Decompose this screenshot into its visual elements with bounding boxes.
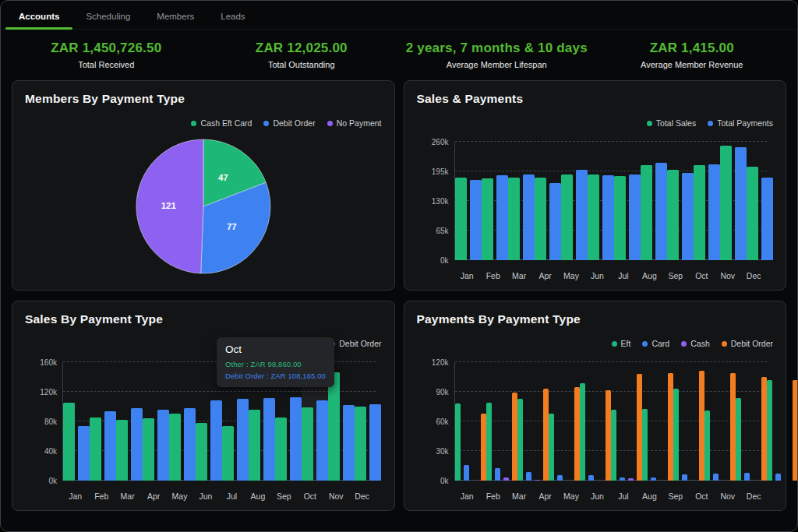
- bar-total-payments-jan[interactable]: [470, 180, 482, 260]
- bar-card-jul[interactable]: [651, 477, 656, 481]
- bar-total-payments-may[interactable]: [576, 170, 588, 260]
- bar-debit-order-jun[interactable]: [637, 374, 642, 481]
- bar-debit-order-oct[interactable]: [316, 400, 328, 481]
- bar-card-mar[interactable]: [526, 472, 531, 481]
- bar-other-oct[interactable]: [302, 407, 313, 481]
- bar-eft-jul[interactable]: [642, 409, 648, 481]
- bar-total-sales-nov[interactable]: [720, 146, 732, 260]
- bar-total-sales-feb[interactable]: [482, 178, 493, 260]
- bar-total-payments-feb[interactable]: [496, 175, 508, 260]
- bar-debit-order-mar[interactable]: [131, 408, 143, 481]
- bar-eft-apr[interactable]: [549, 414, 554, 481]
- legend-item-total-sales[interactable]: Total Sales: [647, 118, 696, 128]
- bar-eft-sep[interactable]: [704, 410, 710, 481]
- bar-other-apr[interactable]: [143, 418, 154, 481]
- bar-debit-order-feb[interactable]: [512, 393, 517, 481]
- bar-total-sales-aug[interactable]: [641, 165, 652, 260]
- legend-item-no-payment[interactable]: No Payment: [327, 118, 382, 128]
- legend-item-debit-order[interactable]: Debit Order: [330, 339, 381, 348]
- bar-cash-mar[interactable]: [535, 480, 540, 481]
- bar-other-jun[interactable]: [196, 423, 207, 481]
- bar-eft-feb[interactable]: [486, 403, 492, 481]
- bar-card-nov[interactable]: [775, 474, 781, 481]
- legend-item-eft[interactable]: Eft: [612, 339, 631, 348]
- bar-other-jan[interactable]: [63, 403, 75, 481]
- tab-leads[interactable]: Leads: [214, 3, 252, 29]
- legend-item-card[interactable]: Card: [642, 339, 669, 348]
- bar-other-aug[interactable]: [249, 410, 260, 481]
- bar-total-sales-dec[interactable]: [747, 167, 758, 260]
- bar-debit-order-jul[interactable]: [668, 373, 673, 481]
- bar-card-sep[interactable]: [713, 474, 719, 481]
- bar-debit-order-apr[interactable]: [157, 410, 169, 481]
- bar-card-jun[interactable]: [620, 477, 625, 481]
- legend-item-cash[interactable]: Cash: [681, 339, 710, 348]
- bar-debit-order-nov[interactable]: [343, 405, 355, 481]
- bar-debit-order-jan[interactable]: [481, 414, 486, 481]
- bar-total-payments-jun[interactable]: [602, 175, 614, 260]
- bar-total-payments-nov[interactable]: [735, 147, 747, 260]
- bar-eft-nov[interactable]: [767, 380, 772, 481]
- bar-other-jul[interactable]: [222, 426, 234, 481]
- bar-debit-order-oct[interactable]: [761, 377, 767, 481]
- bar-total-sales-oct[interactable]: [694, 165, 705, 260]
- bar-debit-order-may[interactable]: [606, 390, 611, 481]
- bar-debit-order-sep[interactable]: [730, 373, 736, 481]
- bar-card-oct[interactable]: [744, 473, 750, 481]
- bar-eft-mar[interactable]: [517, 399, 523, 481]
- tab-scheduling[interactable]: Scheduling: [79, 3, 137, 29]
- bar-total-payments-mar[interactable]: [523, 174, 535, 260]
- bar-other-dec[interactable]: [355, 407, 366, 481]
- bar-other-mar[interactable]: [116, 420, 128, 481]
- bar-other-nov[interactable]: [328, 372, 340, 481]
- bar-card-may[interactable]: [588, 475, 594, 481]
- bar-cash-feb[interactable]: [503, 477, 509, 481]
- bar-total-sales-jul[interactable]: [614, 176, 626, 260]
- bar-eft-oct[interactable]: [736, 398, 741, 481]
- bar-debit-order-jul[interactable]: [237, 399, 249, 481]
- tab-accounts[interactable]: Accounts: [12, 3, 66, 29]
- bar-debit-order-apr[interactable]: [574, 387, 580, 481]
- bar-debit-order-feb[interactable]: [104, 411, 116, 481]
- tab-members[interactable]: Members: [150, 3, 201, 29]
- bar-debit-order-may[interactable]: [184, 408, 196, 481]
- bar-card-feb[interactable]: [495, 468, 500, 481]
- bar-debit-order-dec[interactable]: [369, 404, 381, 481]
- sales-payments-bar-chart[interactable]: 0k65k130k195k260kJanFebMarAprMayJunJulAu…: [417, 142, 774, 280]
- bar-card-jan[interactable]: [464, 465, 469, 481]
- bar-total-sales-may[interactable]: [561, 174, 573, 260]
- bar-card-aug[interactable]: [682, 474, 687, 481]
- payments-by-type-bar-chart[interactable]: 0k30k60k90k120kJanFebMarAprMayJunJulAugS…: [417, 362, 774, 501]
- bar-debit-order-jun[interactable]: [210, 400, 222, 481]
- bar-eft-may[interactable]: [580, 383, 585, 481]
- bar-other-sep[interactable]: [275, 417, 287, 481]
- bar-total-sales-jun[interactable]: [588, 174, 599, 260]
- bar-total-sales-mar[interactable]: [508, 178, 520, 260]
- legend-item-debit-order[interactable]: Debit Order: [722, 339, 773, 348]
- legend-item-debit-order[interactable]: Debit Order: [263, 118, 315, 128]
- bar-total-payments-sep[interactable]: [682, 173, 694, 260]
- bar-other-may[interactable]: [169, 414, 181, 481]
- bar-other-feb[interactable]: [90, 417, 101, 481]
- bar-debit-order-sep[interactable]: [290, 397, 302, 481]
- bar-debit-order-aug[interactable]: [699, 371, 704, 481]
- bar-card-apr[interactable]: [557, 475, 563, 481]
- bar-debit-order-mar[interactable]: [543, 389, 549, 481]
- bar-total-sales-sep[interactable]: [667, 170, 679, 260]
- bar-debit-order-jan[interactable]: [78, 426, 90, 481]
- members-pie-chart[interactable]: 4777121: [25, 132, 382, 280]
- bar-total-payments-oct[interactable]: [708, 164, 720, 260]
- legend-item-total-payments[interactable]: Total Payments: [708, 118, 773, 128]
- bar-total-payments-apr[interactable]: [549, 183, 561, 260]
- bar-eft-jun[interactable]: [611, 410, 616, 481]
- bar-cash-jun[interactable]: [628, 478, 634, 481]
- bar-eft-jan[interactable]: [455, 403, 461, 481]
- legend-item-cash-eft-card[interactable]: Cash Eft Card: [191, 118, 252, 128]
- bar-debit-order-aug[interactable]: [263, 398, 275, 481]
- bar-eft-aug[interactable]: [673, 389, 679, 481]
- bar-total-payments-dec[interactable]: [761, 178, 773, 260]
- bar-debit-order-nov[interactable]: [793, 380, 798, 481]
- bar-total-sales-jan[interactable]: [455, 178, 467, 260]
- bar-total-payments-jul[interactable]: [629, 174, 641, 260]
- bar-total-sales-apr[interactable]: [535, 178, 546, 260]
